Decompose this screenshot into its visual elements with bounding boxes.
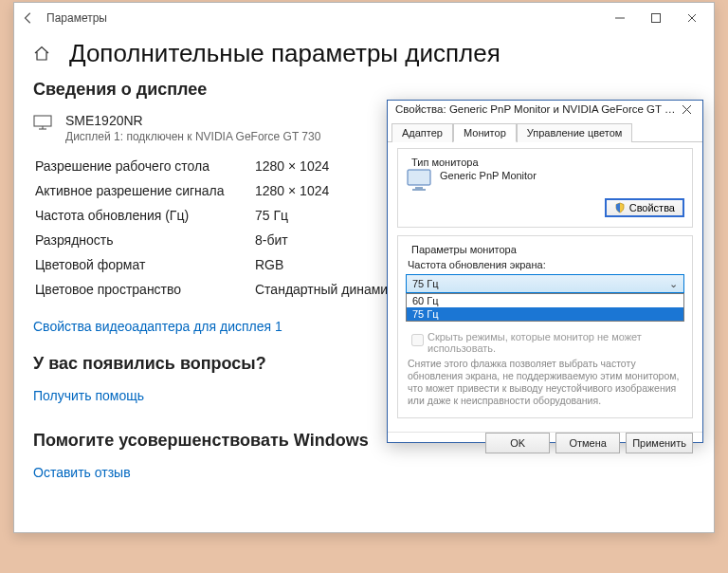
monitor-params-group-title: Параметры монитора bbox=[408, 244, 520, 255]
dialog-body: Тип монитора Generic PnP Monitor Свойств… bbox=[388, 142, 702, 432]
refresh-rate-label: Частота обновления экрана: bbox=[408, 259, 684, 270]
tab-monitor[interactable]: Монитор bbox=[453, 123, 517, 142]
page-header: Дополнительные параметры дисплея bbox=[33, 39, 691, 68]
monitor-device-icon bbox=[406, 168, 434, 193]
back-button[interactable] bbox=[18, 8, 39, 28]
display-name: SME1920NR bbox=[65, 113, 320, 128]
cancel-button[interactable]: Отмена bbox=[555, 433, 620, 453]
refresh-rate-option[interactable]: 75 Гц bbox=[407, 307, 683, 321]
title-bar: Параметры bbox=[14, 3, 714, 33]
tab-strip: Адаптер Монитор Управление цветом bbox=[388, 119, 702, 142]
refresh-rate-selected[interactable]: 75 Гц ⌄ bbox=[406, 274, 684, 293]
monitor-properties-button-label: Свойства bbox=[629, 202, 675, 213]
page-title: Дополнительные параметры дисплея bbox=[69, 39, 500, 68]
display-info-heading: Сведения о дисплее bbox=[33, 80, 691, 100]
home-icon[interactable] bbox=[33, 46, 52, 63]
svg-rect-2 bbox=[34, 116, 51, 126]
refresh-rate-list: 60 Гц 75 Гц bbox=[406, 293, 684, 322]
monitor-type-name: Generic PnP Monitor bbox=[440, 170, 537, 181]
maximize-button[interactable] bbox=[638, 8, 674, 28]
hide-modes-checkbox[interactable] bbox=[411, 334, 424, 346]
svg-rect-6 bbox=[415, 187, 423, 189]
hide-modes-row: Скрыть режимы, которые монитор не может … bbox=[408, 331, 684, 354]
tab-color-management[interactable]: Управление цветом bbox=[517, 123, 633, 142]
adapter-properties-link[interactable]: Свойства видеоадаптера для дисплея 1 bbox=[33, 319, 282, 334]
refresh-rate-dropdown[interactable]: 75 Гц ⌄ 60 Гц 75 Гц bbox=[406, 274, 684, 293]
svg-rect-1 bbox=[652, 14, 661, 23]
apply-button[interactable]: Применить bbox=[626, 433, 693, 453]
window-title: Параметры bbox=[46, 11, 107, 25]
svg-rect-7 bbox=[412, 189, 426, 191]
monitor-type-group-title: Тип монитора bbox=[408, 157, 482, 168]
monitor-icon bbox=[33, 115, 52, 130]
dialog-footer: OK Отмена Применить bbox=[388, 432, 702, 453]
shield-icon bbox=[614, 202, 626, 213]
monitor-type-group: Тип монитора Generic PnP Monitor Свойств… bbox=[397, 148, 693, 228]
svg-rect-5 bbox=[408, 170, 430, 185]
dialog-title-bar: Свойства: Generic PnP Monitor и NVIDIA G… bbox=[388, 101, 702, 119]
ok-button[interactable]: OK bbox=[485, 433, 550, 453]
tab-adapter[interactable]: Адаптер bbox=[391, 123, 453, 142]
hide-modes-label: Скрыть режимы, которые монитор не может … bbox=[428, 331, 684, 354]
feedback-link[interactable]: Оставить отзыв bbox=[33, 465, 131, 480]
minimize-button[interactable] bbox=[602, 8, 638, 28]
display-sub: Дисплей 1: подключен к NVIDIA GeForce GT… bbox=[65, 130, 320, 143]
refresh-rate-option[interactable]: 60 Гц bbox=[407, 294, 683, 307]
get-help-link[interactable]: Получить помощь bbox=[33, 388, 144, 403]
close-button[interactable] bbox=[674, 8, 710, 28]
chevron-down-icon: ⌄ bbox=[669, 278, 678, 290]
hide-modes-hint: Снятие этого флажка позволяет выбрать ча… bbox=[408, 358, 682, 408]
dialog-close-button[interactable] bbox=[678, 101, 695, 118]
monitor-params-group: Параметры монитора Частота обновления эк… bbox=[397, 235, 693, 418]
dialog-title: Свойства: Generic PnP Monitor и NVIDIA G… bbox=[395, 103, 678, 115]
monitor-properties-dialog: Свойства: Generic PnP Monitor и NVIDIA G… bbox=[387, 100, 703, 443]
monitor-properties-button[interactable]: Свойства bbox=[605, 198, 684, 217]
